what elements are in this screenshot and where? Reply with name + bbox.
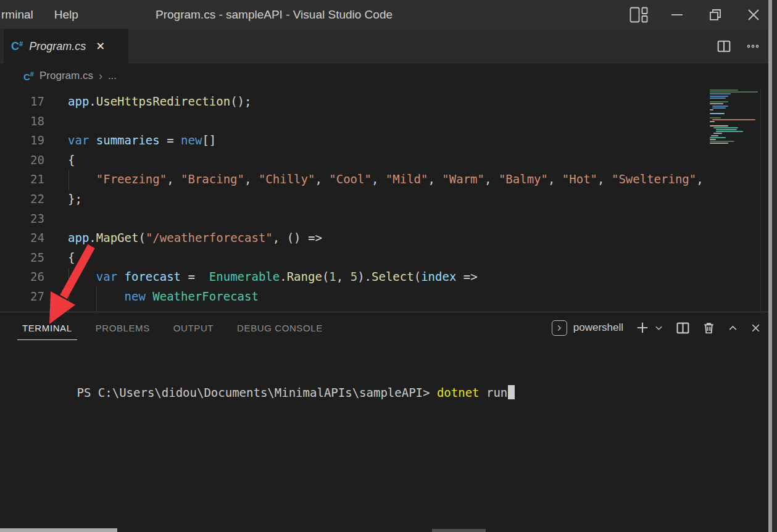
terminal-command-line[interactable]: PS C:\Users\didou\Documents\MinimalAPIs\… (20, 372, 777, 413)
panel-tab-terminal[interactable]: TERMINAL (22, 312, 72, 343)
code-token: UseHttpsRedirection (96, 94, 230, 108)
menu-item-rminal[interactable]: rminal (0, 8, 44, 22)
code-token: , (336, 270, 351, 283)
more-actions-icon[interactable] (746, 39, 760, 53)
minimap-line (710, 89, 738, 91)
restore-icon[interactable] (696, 0, 734, 29)
code-line[interactable]: 23 (0, 209, 708, 229)
code-token: = (160, 133, 181, 147)
code-line[interactable]: 22}; (0, 189, 708, 209)
line-number: 27 (0, 287, 44, 307)
window-controls (620, 0, 773, 29)
screen-bottom-edge-light (0, 528, 117, 532)
code-line-content (44, 112, 68, 131)
minimize-icon[interactable] (658, 0, 696, 29)
minimap-divider (760, 88, 761, 312)
code-token: }; (68, 192, 82, 206)
code-line[interactable]: 27 new WeatherForecast (0, 287, 708, 307)
breadcrumb-ellipsis[interactable]: ... (108, 70, 117, 82)
minimap-line (710, 96, 728, 97)
code-line[interactable]: 20{ (0, 151, 708, 170)
code-token: "Bracing" (181, 172, 244, 186)
code-token: , () => (273, 231, 322, 244)
shell-selector[interactable]: powershell (552, 320, 623, 336)
indent-guide (69, 268, 69, 312)
code-token: WeatherForecast (152, 289, 259, 303)
code-token: Select (372, 270, 414, 283)
tab-label: Program.cs (29, 40, 86, 53)
code-line[interactable]: 17app.UseHttpsRedirection(); (0, 92, 708, 112)
code-line-content: app.MapGet("/weatherforecast", () => (44, 228, 322, 248)
code-line[interactable]: 19var summaries = new[] (0, 131, 708, 151)
panel-tab-problems[interactable]: PROBLEMS (96, 312, 150, 343)
code-token: [] (202, 133, 216, 147)
code-token: "Balmy" (499, 172, 548, 186)
minimap-line (712, 119, 755, 120)
minimap-line (710, 141, 734, 142)
line-number: 26 (0, 267, 44, 287)
terminal-prompt: PS C:\Users\didou\Documents\MinimalAPIs\… (77, 386, 430, 399)
terminal-view[interactable]: PS C:\Users\didou\Documents\MinimalAPIs\… (0, 343, 777, 532)
tab-program-cs[interactable]: C# Program.cs ✕ (4, 29, 128, 64)
code-token: ( (414, 270, 421, 283)
code-line[interactable]: 18 (0, 112, 708, 131)
bottom-panel: TERMINALPROBLEMSOUTPUTDEBUG CONSOLE powe… (0, 312, 777, 532)
split-editor-icon[interactable] (717, 39, 731, 54)
minimap-line (710, 139, 716, 140)
close-window-icon[interactable] (734, 0, 773, 29)
minimap-line (710, 137, 726, 138)
code-token: , (428, 172, 442, 186)
code-token: "Chilly" (259, 172, 315, 186)
code-editor[interactable]: 17app.UseHttpsRedirection();1819var summ… (0, 88, 777, 312)
minimap-line (713, 133, 722, 134)
code-token: Range (287, 270, 322, 283)
code-token: , (167, 172, 181, 186)
code-line[interactable]: 25{ (0, 248, 708, 268)
code-token: . (89, 94, 96, 108)
panel-tab-debug-console[interactable]: DEBUG CONSOLE (237, 312, 323, 343)
screen-right-edge (772, 0, 777, 532)
breadcrumb-file[interactable]: Program.cs (39, 70, 93, 82)
code-token: , (696, 172, 708, 186)
minimap-line (710, 143, 728, 144)
code-token: var (96, 270, 117, 283)
code-token: Enumerable (209, 270, 280, 283)
terminal-command-segment: dotnet (430, 386, 479, 399)
screen-bottom-edge-gray (432, 529, 486, 532)
launch-profile-chevron-icon[interactable] (654, 323, 663, 333)
line-number: 25 (0, 248, 44, 268)
code-token: "Warm" (442, 172, 484, 186)
new-terminal-icon[interactable] (636, 321, 649, 335)
screen-right-scrollbar-strip (768, 0, 772, 532)
code-token: { (68, 251, 75, 264)
code-line[interactable]: 24app.MapGet("/weatherforecast", () => (0, 228, 708, 248)
code-token: "Hot" (562, 172, 597, 186)
customize-layout-icon[interactable] (620, 0, 658, 29)
minimap[interactable] (708, 88, 760, 312)
code-token: new (181, 133, 202, 147)
terminal-shell-icon (552, 320, 567, 336)
code-line-content: var forecast = Enumerable.Range(1, 5).Se… (44, 267, 478, 287)
code-token: 1 (329, 270, 336, 283)
panel-tab-output[interactable]: OUTPUT (173, 312, 214, 343)
tab-close-icon[interactable]: ✕ (96, 41, 105, 52)
panel-actions: powershell (552, 312, 761, 343)
code-token: , (597, 172, 612, 186)
split-terminal-icon[interactable] (676, 321, 690, 335)
terminal-command: dotnet run (430, 386, 507, 399)
code-line-content: "Freezing", "Bracing", "Chilly", "Cool",… (44, 170, 708, 189)
code-area[interactable]: 17app.UseHttpsRedirection();1819var summ… (0, 92, 708, 307)
window-title: Program.cs - sampleAPI - Visual Studio C… (156, 0, 393, 29)
kill-terminal-trash-icon[interactable] (702, 322, 715, 335)
close-panel-icon[interactable] (750, 323, 761, 333)
menu-item-help[interactable]: Help (44, 8, 89, 22)
code-line[interactable]: 21 "Freezing", "Bracing", "Chilly", "Coo… (0, 170, 708, 189)
code-line-content (44, 209, 68, 229)
minimap-line (710, 117, 721, 118)
code-token: index (421, 270, 456, 283)
maximize-panel-chevron-up-icon[interactable] (728, 323, 738, 333)
code-token (89, 133, 96, 147)
minimap-line (710, 121, 715, 122)
code-line[interactable]: 26 var forecast = Enumerable.Range(1, 5)… (0, 267, 708, 287)
code-token (68, 270, 96, 283)
